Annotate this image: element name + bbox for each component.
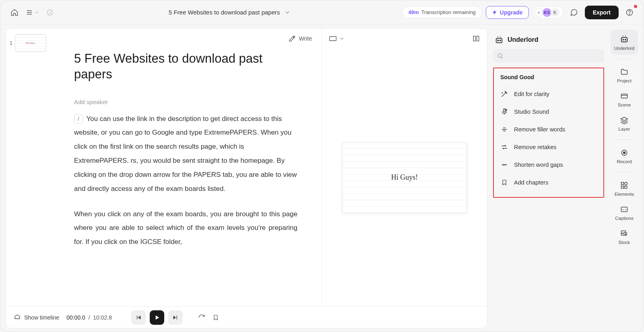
canvas-split-button[interactable] [473, 32, 480, 45]
help-icon [625, 8, 634, 16]
slash-chip: / [74, 114, 83, 124]
columns-icon [473, 35, 480, 42]
svg-point-12 [623, 39, 623, 40]
video-canvas[interactable]: Hi Guys! [342, 142, 467, 213]
svg-point-18 [625, 182, 627, 185]
svg-rect-10 [504, 109, 506, 112]
svg-point-9 [498, 54, 502, 57]
action-remove-retakes[interactable]: Remove retakes [497, 138, 600, 156]
search-icon [497, 53, 504, 59]
svg-point-23 [624, 232, 625, 233]
bolt-icon [492, 10, 497, 15]
layers-icon [620, 116, 628, 124]
transcription-remaining[interactable]: 49m Transcription remaining [402, 6, 481, 18]
chat-button[interactable] [567, 6, 581, 19]
svg-rect-22 [621, 231, 626, 235]
rail-label: Captions [615, 216, 633, 221]
music-image-icon [620, 230, 628, 238]
compress-icon [501, 161, 508, 168]
record-icon [620, 149, 628, 157]
rail-captions[interactable]: Captions [611, 201, 638, 225]
action-add-chapters[interactable]: Add chapters [497, 174, 600, 191]
robot-icon [495, 35, 504, 44]
rail-underlord[interactable]: Underlord [611, 30, 638, 55]
svg-rect-11 [621, 37, 627, 42]
underlord-search[interactable] [493, 49, 604, 63]
svg-rect-14 [621, 94, 627, 98]
rail-label: Record [617, 159, 632, 164]
captions-icon [620, 205, 628, 213]
loop-button[interactable] [198, 314, 205, 321]
rail-label: Layer [619, 127, 630, 131]
scene-thumbnails: 1 [6, 29, 58, 306]
transcript-scroll[interactable]: 5 Free Websites to download past papers … [58, 49, 322, 306]
project-title[interactable]: 5 Free Websites to download past papers [169, 9, 280, 16]
transcription-minutes: 49m [408, 9, 419, 15]
bookmark-icon [501, 179, 508, 186]
chevron-down-icon [339, 36, 345, 41]
swap-icon [501, 143, 508, 151]
rail-record[interactable]: Record [611, 144, 638, 168]
chevron-down-icon[interactable] [284, 9, 291, 16]
rail-label: Project [617, 78, 632, 83]
transcription-label: Transcription remaining [421, 9, 476, 15]
action-shorten-word-gaps[interactable]: Shorten word gaps [497, 156, 600, 174]
bookmark-icon [213, 314, 219, 321]
rail-project[interactable]: Project [611, 63, 638, 87]
chat-icon [570, 8, 578, 16]
collaborators[interactable]: + KS K [533, 6, 563, 18]
underlord-title: Underlord [508, 36, 538, 43]
home-button[interactable] [8, 6, 21, 19]
transcript-paragraph[interactable]: When you click on any of the exam boards… [74, 207, 297, 250]
prev-button[interactable] [131, 310, 146, 325]
thumb-number: 1 [10, 40, 12, 46]
avatar-ks: KS [543, 8, 551, 17]
robot-icon [620, 35, 629, 43]
svg-point-0 [47, 10, 53, 15]
menu-button[interactable] [25, 6, 39, 19]
add-speaker[interactable]: Add speaker [74, 98, 297, 105]
upgrade-button[interactable]: Upgrade [486, 6, 529, 19]
transcript-paragraph[interactable]: / You can use the link in the descriptio… [74, 112, 297, 196]
export-button[interactable]: Export [585, 6, 619, 19]
action-label: Remove retakes [514, 144, 557, 150]
rail-scene[interactable]: Scene [611, 87, 638, 111]
bookmark-button[interactable] [213, 314, 219, 321]
status-check-button[interactable] [43, 6, 57, 19]
canvas-text: Hi Guys! [391, 173, 418, 182]
next-button[interactable] [168, 310, 183, 325]
folder-icon [620, 68, 628, 76]
help-button[interactable] [623, 6, 636, 19]
action-label: Add chapters [514, 179, 548, 186]
skip-forward-icon [172, 314, 179, 321]
write-label: Write [299, 35, 312, 42]
action-remove-filler-words[interactable]: Remove filler words [497, 121, 600, 138]
svg-rect-19 [621, 186, 624, 189]
rail-label: Stock [619, 240, 630, 245]
para1-text: You can use the link in the description … [74, 115, 297, 193]
time-current: 00:00.0 [66, 314, 85, 321]
rail-label: Elements [615, 192, 634, 197]
rail-stock[interactable]: Stock [611, 225, 638, 249]
show-timeline-label: Show timeline [24, 314, 59, 321]
rail-layer[interactable]: Layer [611, 111, 638, 135]
notification-dot [634, 5, 637, 8]
right-rail: Underlord Project Scene Layer Record [608, 28, 640, 328]
show-timeline-button[interactable]: Show timeline [14, 314, 59, 321]
strikethrough-icon [501, 126, 508, 133]
svg-rect-4 [473, 36, 475, 41]
sound-good-highlight: Sound Good Edit for clarity Studio Sound… [493, 68, 604, 198]
rail-elements[interactable]: Elements [611, 176, 638, 201]
rectangle-icon [329, 36, 336, 41]
action-label: Shorten word gaps [514, 162, 563, 168]
add-collaborator[interactable]: + [535, 8, 543, 17]
action-studio-sound[interactable]: Studio Sound [497, 103, 600, 121]
svg-rect-5 [477, 36, 479, 41]
scene-thumbnail-1[interactable] [15, 34, 46, 52]
action-edit-for-clarity[interactable]: Edit for clarity [497, 85, 600, 103]
write-button[interactable]: Write [289, 35, 312, 42]
play-button[interactable] [150, 310, 164, 325]
canvas-layout-button[interactable] [329, 36, 345, 41]
svg-point-2 [629, 14, 630, 14]
rail-label: Underlord [614, 46, 635, 51]
